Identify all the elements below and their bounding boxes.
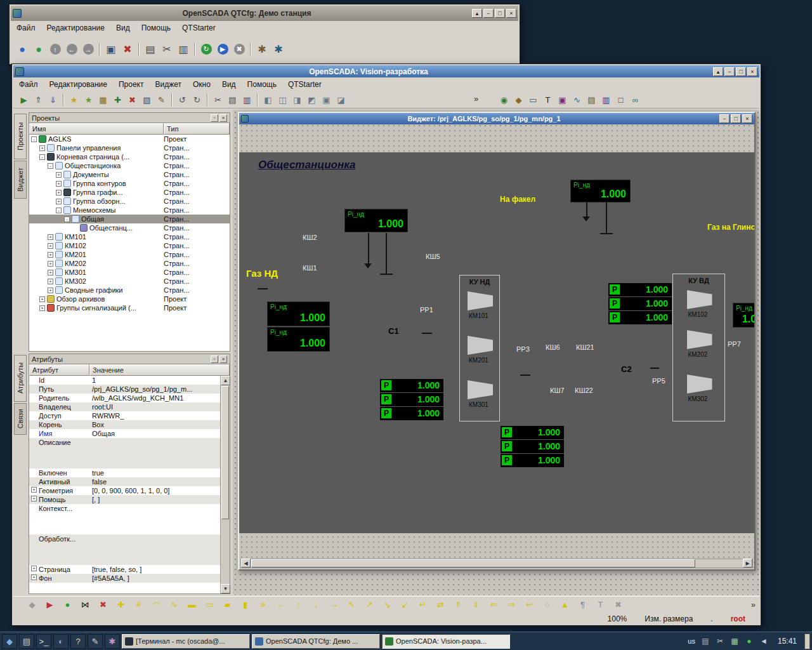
text-tool-icon[interactable]: T <box>594 599 606 611</box>
paste-item-icon[interactable]: ▥ <box>175 41 192 58</box>
keyboard-layout[interactable]: us <box>688 637 695 645</box>
pi-display[interactable]: Pi_нд1.000 <box>344 209 408 232</box>
tree-row[interactable]: +Группы сигнализаций (...Проект <box>29 303 230 312</box>
attributes-scrollbar[interactable]: ▲ ▼ <box>220 376 230 594</box>
menu-item-Редактирование[interactable]: Редактирование <box>41 22 110 34</box>
expand-icon[interactable]: + <box>56 172 62 178</box>
expand-icon[interactable]: + <box>56 181 62 187</box>
undo-icon[interactable]: ↺ <box>175 93 190 107</box>
side-tab-widget[interactable]: Виджет <box>14 161 27 199</box>
menu-item-Окно[interactable]: Окно <box>187 78 216 91</box>
arrow-down-icon[interactable]: ↓ <box>310 599 322 611</box>
p-display[interactable]: P1.000 <box>380 379 443 392</box>
scroll-up-button[interactable]: ▲ <box>221 376 230 385</box>
qtcfg-tool-icon[interactable]: ✱ <box>254 41 270 58</box>
minimize-button[interactable]: − <box>724 67 735 76</box>
expand-icon[interactable]: + <box>56 199 62 204</box>
arrow-down-right-icon[interactable]: ↘ <box>381 599 393 611</box>
collapse-icon[interactable]: - <box>39 154 45 160</box>
maximize-button[interactable]: □ <box>736 67 746 76</box>
toolbar-overflow-button[interactable]: » <box>474 94 478 103</box>
pi-display[interactable]: Pi_нд1.000 <box>570 180 631 202</box>
side-tab-links[interactable]: Связи <box>14 403 27 435</box>
projects-dock-header[interactable]: Проекты ▫× <box>29 113 230 123</box>
p-display[interactable]: P1.000 <box>380 407 443 420</box>
bind-icon[interactable]: ⋈ <box>79 599 91 611</box>
p-display[interactable]: P1.000 <box>608 311 672 324</box>
p-display[interactable]: P1.000 <box>608 283 672 296</box>
column-header-value[interactable]: Значение <box>89 364 230 376</box>
arc-icon[interactable]: ◠ <box>150 599 162 611</box>
taskbar-window-button[interactable]: OpenSCADA QTCfg: Демо ... <box>252 634 380 649</box>
copy-icon[interactable]: ▤ <box>225 93 240 107</box>
bezier-icon[interactable]: ∿ <box>168 599 180 611</box>
close-button[interactable]: × <box>742 114 752 123</box>
edit-widget-icon[interactable]: ✎ <box>154 93 169 107</box>
p-display[interactable]: P1.000 <box>608 297 672 310</box>
qtcfg-titlebar[interactable]: OpenSCADA QTCfg: Демо станция ▴−□× <box>11 6 518 21</box>
widget-titlebar[interactable]: Виджет: /prj_AGLKS/pg_so/pg_1/pg_mn/pg_1… <box>239 113 754 124</box>
dock-close-button[interactable]: × <box>219 114 227 122</box>
dock-float-button[interactable]: ▫ <box>211 355 218 363</box>
dock-close-button[interactable]: × <box>219 355 227 363</box>
tree-row[interactable]: +КМ202Стран... <box>29 259 230 268</box>
arrow-dbl-down-icon[interactable]: ⇓ <box>470 599 482 611</box>
rect-icon[interactable]: ▭ <box>204 599 216 611</box>
elem-protocol-icon[interactable]: ▤ <box>584 93 599 107</box>
scheme[interactable]: ОбщестанционкаГаз НДНа факелГаз на Глинс… <box>239 152 754 533</box>
elem-document-icon[interactable]: ▥ <box>599 93 613 107</box>
p-display[interactable]: P1.000 <box>380 393 443 406</box>
restore-button[interactable]: □ <box>731 114 741 123</box>
dock-float-button[interactable]: ▫ <box>211 114 218 122</box>
klipper-icon[interactable]: ✂ <box>714 635 726 647</box>
elem-text-icon[interactable]: T <box>540 93 555 107</box>
expand-icon[interactable]: + <box>31 566 37 571</box>
attributes-dock-header[interactable]: Атрибуты ▫× <box>29 354 230 364</box>
new-widget-icon[interactable]: ★ <box>81 93 96 107</box>
tree-row[interactable]: +Группа обзорн...Стран... <box>29 197 230 206</box>
terminal-launcher-icon[interactable]: >_ <box>36 634 51 649</box>
expand-icon[interactable]: + <box>48 279 53 284</box>
keyboard-indicator-icon[interactable]: ▤ <box>699 635 712 647</box>
side-tab-projects[interactable]: Проекты <box>14 114 27 159</box>
column-header-name[interactable]: Имя <box>29 123 164 135</box>
menu-item-Вид[interactable]: Вид <box>216 78 242 91</box>
widget-hscrollbar[interactable]: ◀ ▶ <box>240 559 753 568</box>
taskbar-window-button[interactable]: OpenSCADA: Vision-разра... <box>382 634 510 649</box>
fill-icon[interactable]: ▰ <box>221 599 233 611</box>
arrow-dbl-right-icon[interactable]: ⇒ <box>506 599 518 611</box>
panel-hide-button[interactable] <box>804 633 810 649</box>
column-header-type[interactable]: Тип <box>164 123 230 135</box>
compressor-group[interactable]: КУ НДКМ101КМ201КМ301 <box>459 275 500 421</box>
align-top-icon[interactable]: ◩ <box>304 93 319 107</box>
vision-tool-icon[interactable]: ✱ <box>270 41 287 58</box>
browser-icon[interactable]: ◐ <box>53 634 69 649</box>
save-icon[interactable]: ⇓ <box>46 93 60 107</box>
start-menu-icon[interactable]: ◆ <box>2 634 17 649</box>
menu-item-QTStarter[interactable]: QTStarter <box>282 78 327 91</box>
delete-item-icon[interactable]: ✖ <box>119 41 136 58</box>
tree-row[interactable]: -AGLKSПроект <box>29 135 230 143</box>
control-center-icon[interactable]: ✱ <box>105 634 120 649</box>
delete-tool-icon[interactable]: ✖ <box>612 599 624 611</box>
menu-item-Виджет[interactable]: Виджет <box>149 78 187 91</box>
add-point-icon[interactable]: ✚ <box>115 599 127 611</box>
arrow-up-right-icon[interactable]: ↗ <box>363 599 376 611</box>
menu-item-Файл[interactable]: Файл <box>11 22 41 34</box>
expand-icon[interactable]: + <box>31 574 37 580</box>
expand-icon[interactable]: + <box>48 288 53 293</box>
arrow-up-icon[interactable]: ↑ <box>292 599 304 611</box>
collapse-icon[interactable]: - <box>48 163 53 169</box>
arrow-dbl-up-icon[interactable]: ⇑ <box>452 599 464 611</box>
start-periodic-icon[interactable]: ▶ <box>214 41 231 58</box>
tree-row[interactable]: -Корневая страница (...Стран... <box>29 152 230 161</box>
expand-icon[interactable]: + <box>48 261 53 267</box>
add-item-icon[interactable]: ▣ <box>103 41 119 58</box>
shade-button[interactable]: ▴ <box>472 9 482 18</box>
tree-row[interactable]: +Панели управленияСтран... <box>29 143 230 152</box>
tree-row[interactable]: +Группа графи...Стран... <box>29 188 230 197</box>
collapse-icon[interactable]: - <box>64 216 70 222</box>
elem-diagram-icon[interactable]: ∿ <box>570 93 584 107</box>
up-level-icon[interactable]: ↑ <box>47 41 63 58</box>
menu-item-Редактирование[interactable]: Редактирование <box>44 78 113 91</box>
